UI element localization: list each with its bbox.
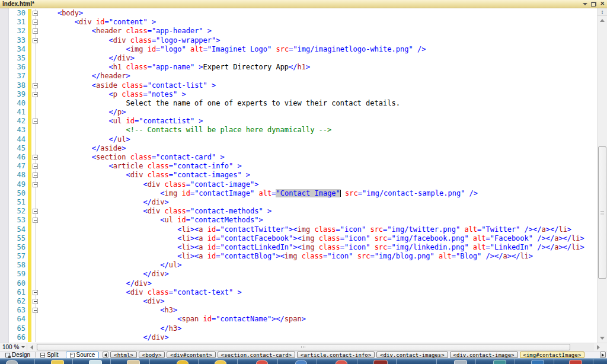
- taskbar-icon[interactable]: [531, 360, 544, 364]
- code-line[interactable]: 40 Select the name of one of experts to …: [9, 99, 597, 108]
- breadcrumb-tag[interactable]: <html>: [110, 352, 137, 358]
- collapse-box-icon[interactable]: [33, 28, 38, 34]
- code-line[interactable]: 50 <img id="contactImage" alt="Contact I…: [9, 189, 597, 198]
- tab-design-view[interactable]: Design: [2, 352, 34, 359]
- code-line[interactable]: 41 </p>: [9, 108, 597, 117]
- taskbar-divider: [110, 359, 111, 364]
- breadcrumb-tag[interactable]: <div.contact-image>: [450, 352, 518, 358]
- windows-taskbar[interactable]: [0, 358, 607, 364]
- code-line[interactable]: 45 </aside>: [9, 144, 597, 153]
- collapse-box-icon[interactable]: [33, 182, 38, 187]
- code-line[interactable]: 51 </div>: [9, 198, 597, 207]
- taskbar-icon[interactable]: [215, 360, 226, 364]
- code-line[interactable]: 31 <div id="content" >: [9, 18, 597, 27]
- taskbar-icon[interactable]: [127, 360, 140, 364]
- code-lines[interactable]: 30 <body>31 <div id="content" >32 <heade…: [9, 9, 597, 343]
- scrollbar-splitter-handle[interactable]: ↕: [598, 8, 607, 16]
- code-line[interactable]: 35 </div>: [9, 54, 597, 63]
- scroll-right-button[interactable]: [594, 343, 603, 351]
- collapse-box-icon[interactable]: [33, 20, 38, 25]
- code-line[interactable]: 57 <li><a id="contactBlog"><img class="i…: [9, 252, 597, 261]
- taskbar-icon[interactable]: [336, 360, 347, 364]
- code-line[interactable]: 32 <header class="app-header" >: [9, 27, 597, 36]
- code-line[interactable]: 39 <p class="notes" >: [9, 90, 597, 99]
- code-line[interactable]: 55 <li><a id="contactFacebook"><img clas…: [9, 234, 597, 243]
- code-line[interactable]: 62 <div>: [9, 297, 597, 306]
- code-line[interactable]: 53 <ul id="contactMethods">: [9, 216, 597, 225]
- code-line[interactable]: 52 <div class="contact-methods" >: [9, 207, 597, 216]
- collapse-box-icon[interactable]: [33, 209, 38, 214]
- code-line[interactable]: 37 </header>: [9, 72, 597, 81]
- breadcrumb-tag[interactable]: <div.contact-images>: [376, 352, 448, 358]
- code-line[interactable]: 63 <h3>: [9, 306, 597, 315]
- taskbar-icon[interactable]: [89, 360, 102, 364]
- vertical-scrollbar[interactable]: ↕: [597, 8, 607, 343]
- code-line[interactable]: 66 </div>: [9, 333, 597, 342]
- breadcrumb-scroll-right[interactable]: [600, 352, 606, 358]
- tab-list-dropdown-icon[interactable]: [583, 3, 587, 5]
- collapse-box-icon[interactable]: [33, 290, 38, 295]
- horizontal-scrollbar[interactable]: [36, 343, 594, 351]
- collapse-box-icon[interactable]: [33, 173, 38, 178]
- breadcrumb-tag[interactable]: <body>: [139, 352, 165, 358]
- close-icon[interactable]: ✕: [600, 1, 605, 7]
- collapse-box-icon[interactable]: [33, 119, 38, 124]
- collapse-box-icon[interactable]: [33, 38, 38, 43]
- collapse-box-icon[interactable]: [33, 299, 38, 304]
- taskbar-icon[interactable]: [373, 360, 388, 364]
- taskbar-icon[interactable]: [51, 360, 64, 364]
- scroll-up-button[interactable]: [598, 16, 607, 25]
- code-line[interactable]: 58 </ul>: [9, 261, 597, 270]
- outlining-margin: [31, 279, 40, 288]
- breadcrumb-scroll-left[interactable]: [103, 352, 108, 358]
- code-line[interactable]: 64 <span id="contactName"></span>: [9, 315, 597, 324]
- code-text: <ul id="contactList" >: [40, 117, 597, 126]
- code-line[interactable]: 38 <aside class="contact-list" >: [9, 81, 597, 90]
- float-window-icon[interactable]: [591, 2, 596, 7]
- document-tab[interactable]: index.html* ✕: [0, 0, 607, 8]
- taskbar-icon[interactable]: [569, 360, 582, 364]
- scroll-down-button[interactable]: [598, 334, 607, 343]
- code-line[interactable]: 56 <li><a id="contactLinkedIn"><img clas…: [9, 243, 597, 252]
- horizontal-scrollbar-thumb[interactable]: [37, 344, 570, 350]
- code-line[interactable]: 42 <ul id="contactList" >: [9, 117, 597, 126]
- breadcrumb-tag[interactable]: <article.contact-info>: [297, 352, 375, 358]
- taskbar-icon[interactable]: [454, 360, 467, 364]
- breadcrumb-tag[interactable]: <section.contact-card>: [218, 352, 295, 358]
- code-line[interactable]: 60 </div>: [9, 279, 597, 288]
- collapse-box-icon[interactable]: [33, 155, 38, 160]
- zoom-level-control[interactable]: 100 %: [0, 343, 27, 351]
- breadcrumb-tag[interactable]: <div#content>: [167, 352, 215, 358]
- code-line[interactable]: 44 </ul>: [9, 135, 597, 144]
- code-line[interactable]: 36 <h1 class="app-name" >Expert Director…: [9, 63, 597, 72]
- collapse-box-icon[interactable]: [33, 83, 38, 88]
- code-line[interactable]: 34 <img id="logo" alt="Imaginet Logo" sr…: [9, 45, 597, 54]
- taskbar-icon[interactable]: [295, 360, 307, 364]
- tab-split-view[interactable]: Split: [37, 352, 62, 359]
- breadcrumb-tag[interactable]: <img#contactImage>: [520, 352, 585, 358]
- taskbar-icon[interactable]: [177, 360, 189, 364]
- tab-source-view[interactable]: Source: [66, 352, 100, 359]
- collapse-box-icon[interactable]: [33, 218, 38, 223]
- code-line[interactable]: 65 </h3>: [9, 324, 597, 333]
- code-line[interactable]: 59 </div>: [9, 270, 597, 279]
- code-line[interactable]: 61 <div class="contact-text" >: [9, 288, 597, 297]
- code-editor[interactable]: 30 <body>31 <div id="content" >32 <heade…: [0, 8, 607, 343]
- taskbar-icon[interactable]: [256, 360, 268, 364]
- code-line[interactable]: 49 <div class="contact-image">: [9, 180, 597, 189]
- code-line[interactable]: 48 <div class="contact-images" >: [9, 171, 597, 180]
- code-line[interactable]: 54 <li><a id="contactTwitter"><img class…: [9, 225, 597, 234]
- collapse-box-icon[interactable]: [33, 92, 38, 97]
- code-line[interactable]: 33 <div class="logo-wrapper">: [9, 36, 597, 45]
- collapse-box-icon[interactable]: [33, 164, 38, 169]
- code-line[interactable]: 43 <!-- Contacts will be place here dyna…: [9, 126, 597, 135]
- code-line[interactable]: 46 <section class="contact-card" >: [9, 153, 597, 162]
- code-line[interactable]: 47 <article class="contact-info" >: [9, 162, 597, 171]
- taskbar-icon[interactable]: [6, 360, 18, 364]
- code-line[interactable]: 30 <body>: [9, 9, 597, 18]
- taskbar-icon[interactable]: [493, 360, 506, 364]
- vertical-scrollbar-thumb[interactable]: [598, 146, 606, 279]
- collapse-box-icon[interactable]: [33, 308, 38, 313]
- scroll-left-button[interactable]: [27, 343, 36, 351]
- collapse-box-icon[interactable]: [33, 11, 38, 16]
